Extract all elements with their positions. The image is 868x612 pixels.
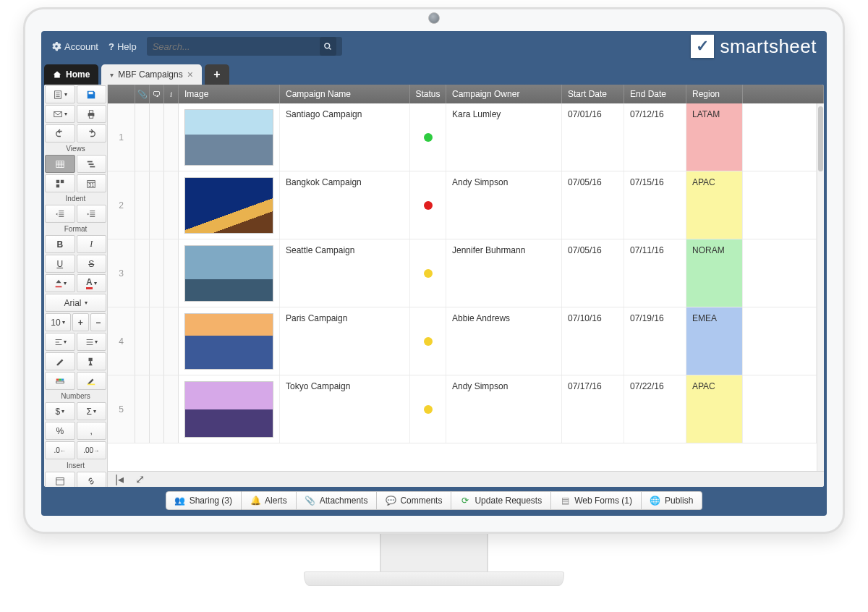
- grid-view-button[interactable]: [45, 155, 75, 173]
- row-number[interactable]: 1: [108, 103, 135, 171]
- cell-attachment[interactable]: [135, 171, 150, 239]
- cell-name[interactable]: Paris Campaign: [280, 307, 410, 375]
- col-info[interactable]: i: [164, 85, 179, 103]
- conditional-format-button[interactable]: [45, 372, 75, 390]
- cell-attachment[interactable]: [135, 307, 150, 375]
- outdent-button[interactable]: [45, 205, 75, 223]
- strikethrough-button[interactable]: S: [77, 255, 107, 273]
- cell-info[interactable]: [164, 239, 179, 307]
- web-forms-button[interactable]: ▤Web Forms (1): [551, 491, 642, 510]
- cell-attachment[interactable]: [135, 239, 150, 307]
- cell-discussion[interactable]: [150, 375, 164, 443]
- row-number[interactable]: 5: [108, 375, 135, 443]
- sheet-settings-button[interactable]: ▾: [45, 85, 75, 103]
- cell-name[interactable]: Santiago Campaign: [280, 103, 410, 171]
- cell-status[interactable]: [410, 171, 446, 239]
- col-name[interactable]: Campaign Name: [280, 85, 410, 103]
- cell-region[interactable]: EMEA: [686, 307, 743, 375]
- grid-body[interactable]: 1Santiago CampaignKara Lumley07/01/1607/…: [108, 103, 817, 471]
- attachments-button[interactable]: 📎Attachments: [297, 491, 378, 510]
- cell-image[interactable]: [179, 239, 280, 307]
- cell-status[interactable]: [410, 103, 446, 171]
- table-row[interactable]: 4Paris CampaignAbbie Andrews07/10/1607/1…: [108, 307, 817, 375]
- cell-end-date[interactable]: 07/19/16: [624, 307, 686, 375]
- comments-button[interactable]: 💬Comments: [377, 491, 451, 510]
- cell-discussion[interactable]: [150, 239, 164, 307]
- insert-date-button[interactable]: [45, 472, 75, 487]
- sum-button[interactable]: Σ▾: [77, 402, 107, 420]
- percent-button[interactable]: %: [45, 422, 75, 440]
- cell-attachment[interactable]: [135, 375, 150, 443]
- align-horizontal-button[interactable]: ▾: [45, 333, 75, 351]
- font-size-select[interactable]: 10▾: [45, 313, 71, 331]
- cell-end-date[interactable]: 07/15/16: [624, 171, 686, 239]
- cell-name[interactable]: Seattle Campaign: [280, 239, 410, 307]
- expand-button[interactable]: ⤢: [132, 474, 147, 485]
- help-link[interactable]: ? Help: [109, 41, 137, 52]
- thousands-button[interactable]: ,: [77, 422, 107, 440]
- cell-start-date[interactable]: 07/17/16: [562, 375, 624, 443]
- highlight-button[interactable]: [77, 372, 107, 390]
- cell-info[interactable]: [164, 103, 179, 171]
- cell-owner[interactable]: Andy Simpson: [446, 171, 562, 239]
- cell-region[interactable]: APAC: [686, 171, 743, 239]
- cell-owner[interactable]: Andy Simpson: [446, 375, 562, 443]
- font-size-increase-button[interactable]: +: [72, 313, 88, 331]
- tab-sheet[interactable]: ▾ MBF Campaigns ×: [101, 64, 202, 85]
- cell-start-date[interactable]: 07/05/16: [562, 239, 624, 307]
- vertical-scrollbar[interactable]: [817, 103, 824, 471]
- cell-image[interactable]: [179, 103, 280, 171]
- row-number[interactable]: 3: [108, 239, 135, 307]
- cell-end-date[interactable]: 07/11/16: [624, 239, 686, 307]
- tab-add[interactable]: +: [205, 64, 229, 85]
- clear-format-button[interactable]: [45, 352, 75, 370]
- card-view-button[interactable]: [45, 174, 75, 192]
- undo-button[interactable]: [45, 124, 75, 143]
- indent-button[interactable]: [77, 205, 107, 223]
- scroll-first-button[interactable]: |◂: [112, 474, 127, 485]
- row-number[interactable]: 2: [108, 171, 135, 239]
- col-attachment[interactable]: 📎: [135, 85, 150, 103]
- cell-status[interactable]: [410, 307, 446, 375]
- cell-image[interactable]: [179, 307, 280, 375]
- cell-region[interactable]: NORAM: [686, 239, 743, 307]
- cell-info[interactable]: [164, 171, 179, 239]
- col-image[interactable]: Image: [179, 85, 280, 103]
- format-painter-button[interactable]: [77, 352, 107, 370]
- table-row[interactable]: 5Tokyo CampaignAndy Simpson07/17/1607/22…: [108, 375, 817, 443]
- currency-button[interactable]: $▾: [45, 402, 75, 420]
- cell-owner[interactable]: Abbie Andrews: [446, 307, 562, 375]
- search-input[interactable]: [153, 41, 314, 52]
- table-row[interactable]: 1Santiago CampaignKara Lumley07/01/1607/…: [108, 103, 817, 171]
- row-number[interactable]: 4: [108, 307, 135, 375]
- align-vertical-button[interactable]: ▾: [77, 333, 107, 351]
- underline-button[interactable]: U: [45, 255, 75, 273]
- col-status[interactable]: Status: [410, 85, 446, 103]
- cell-image[interactable]: [179, 375, 280, 443]
- print-button[interactable]: [77, 105, 107, 123]
- gantt-view-button[interactable]: [77, 155, 107, 173]
- decrease-decimal-button[interactable]: .0←: [45, 441, 75, 459]
- cell-end-date[interactable]: 07/22/16: [624, 375, 686, 443]
- cell-region[interactable]: LATAM: [686, 103, 743, 171]
- col-discussion[interactable]: 🗨: [150, 85, 164, 103]
- col-owner[interactable]: Campaign Owner: [446, 85, 562, 103]
- italic-button[interactable]: I: [77, 235, 107, 253]
- col-start[interactable]: Start Date: [562, 85, 624, 103]
- cell-name[interactable]: Bangkok Campaign: [280, 171, 410, 239]
- scrollbar-handle[interactable]: [818, 106, 823, 171]
- cell-start-date[interactable]: 07/10/16: [562, 307, 624, 375]
- cell-owner[interactable]: Jennifer Buhrmann: [446, 239, 562, 307]
- sharing-button[interactable]: 👥Sharing (3): [166, 491, 242, 510]
- cell-discussion[interactable]: [150, 171, 164, 239]
- font-size-decrease-button[interactable]: −: [90, 313, 106, 331]
- cell-discussion[interactable]: [150, 307, 164, 375]
- font-select[interactable]: Arial▾: [45, 294, 106, 312]
- cell-info[interactable]: [164, 307, 179, 375]
- increase-decimal-button[interactable]: .00→: [77, 441, 107, 459]
- table-row[interactable]: 3Seattle CampaignJennifer Buhrmann07/05/…: [108, 239, 817, 307]
- cell-start-date[interactable]: 07/05/16: [562, 171, 624, 239]
- cell-region[interactable]: APAC: [686, 375, 743, 443]
- alerts-button[interactable]: 🔔Alerts: [242, 491, 297, 510]
- rownum-header[interactable]: [108, 85, 135, 103]
